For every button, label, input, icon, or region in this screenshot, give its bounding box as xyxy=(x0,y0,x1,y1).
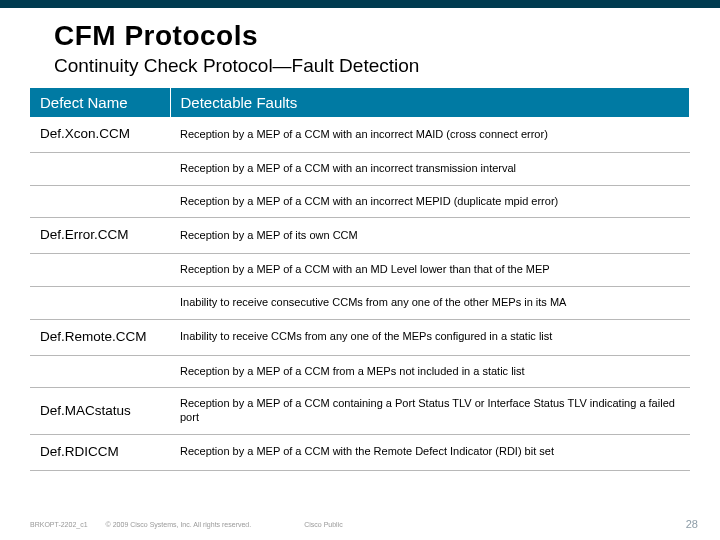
cell-defect-name xyxy=(30,185,170,218)
cell-defect-name: Def.Remote.CCM xyxy=(30,319,170,355)
cell-defect-name xyxy=(30,355,170,388)
table-row: Def.MACstatusReception by a MEP of a CCM… xyxy=(30,388,690,435)
footer-copyright: © 2009 Cisco Systems, Inc. All rights re… xyxy=(106,521,252,528)
cell-defect-name xyxy=(30,254,170,287)
cell-fault: Reception by a MEP of a CCM with an inco… xyxy=(170,152,690,185)
cell-fault: Inability to receive consecutive CCMs fr… xyxy=(170,287,690,320)
defect-table: Defect Name Detectable Faults Def.Xcon.C… xyxy=(30,88,690,471)
footer-public: Cisco Public xyxy=(304,521,343,528)
cell-fault: Reception by a MEP of a CCM with an inco… xyxy=(170,117,690,152)
top-accent-bar xyxy=(0,0,720,8)
cell-defect-name: Def.MACstatus xyxy=(30,388,170,435)
table-row: Inability to receive consecutive CCMs fr… xyxy=(30,287,690,320)
cell-fault: Reception by a MEP of its own CCM xyxy=(170,218,690,254)
cell-defect-name xyxy=(30,287,170,320)
header-detectable-faults: Detectable Faults xyxy=(170,88,690,117)
slide-title: CFM Protocols xyxy=(54,20,258,52)
cell-fault: Reception by a MEP of a CCM with an inco… xyxy=(170,185,690,218)
table-row: Def.RDICCMReception by a MEP of a CCM wi… xyxy=(30,434,690,470)
table-header-row: Defect Name Detectable Faults xyxy=(30,88,690,117)
table-row: Def.Remote.CCMInability to receive CCMs … xyxy=(30,319,690,355)
cell-fault: Reception by a MEP of a CCM with an MD L… xyxy=(170,254,690,287)
slide-subtitle: Continuity Check Protocol—Fault Detectio… xyxy=(54,55,419,77)
cell-defect-name: Def.RDICCM xyxy=(30,434,170,470)
page-number: 28 xyxy=(686,518,698,530)
table-row: Reception by a MEP of a CCM with an inco… xyxy=(30,185,690,218)
header-defect-name: Defect Name xyxy=(30,88,170,117)
cell-fault: Reception by a MEP of a CCM containing a… xyxy=(170,388,690,435)
cell-fault: Reception by a MEP of a CCM with the Rem… xyxy=(170,434,690,470)
table-row: Def.Error.CCMReception by a MEP of its o… xyxy=(30,218,690,254)
cell-defect-name: Def.Error.CCM xyxy=(30,218,170,254)
cell-fault: Inability to receive CCMs from any one o… xyxy=(170,319,690,355)
cell-fault: Reception by a MEP of a CCM from a MEPs … xyxy=(170,355,690,388)
table-row: Reception by a MEP of a CCM with an inco… xyxy=(30,152,690,185)
table-row: Reception by a MEP of a CCM with an MD L… xyxy=(30,254,690,287)
footer: BRKOPT-2202_c1 © 2009 Cisco Systems, Inc… xyxy=(30,521,690,528)
footer-code: BRKOPT-2202_c1 xyxy=(30,521,88,528)
table-row: Reception by a MEP of a CCM from a MEPs … xyxy=(30,355,690,388)
slide: CFM Protocols Continuity Check Protocol—… xyxy=(0,0,720,540)
cell-defect-name: Def.Xcon.CCM xyxy=(30,117,170,152)
table-row: Def.Xcon.CCMReception by a MEP of a CCM … xyxy=(30,117,690,152)
cell-defect-name xyxy=(30,152,170,185)
